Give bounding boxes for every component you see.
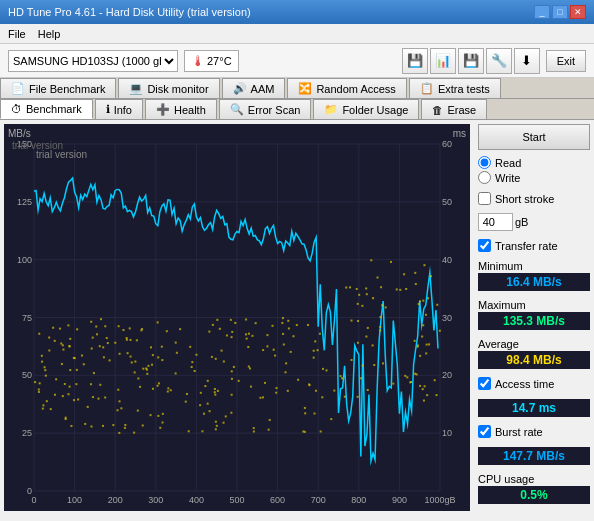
toolbar-icons: 💾 📊 💾 🔧 ⬇ [402, 48, 540, 74]
tab-folder-usage[interactable]: 📁 Folder Usage [313, 99, 419, 119]
access-time-stat: 14.7 ms [478, 398, 590, 417]
extra-tests-icon: 📋 [420, 82, 434, 95]
tab-health[interactable]: ➕ Health [145, 99, 217, 119]
write-label: Write [495, 172, 520, 184]
tab-disk-monitor[interactable]: 💻 Disk monitor [118, 78, 219, 98]
icon-3[interactable]: 💾 [458, 48, 484, 74]
right-panel: Start Read Write Short stroke gB Transfe… [474, 120, 594, 515]
tab-info[interactable]: ℹ Info [95, 99, 143, 119]
cpu-usage-label: CPU usage [478, 473, 590, 485]
tabs-row2: ⏱ Benchmark ℹ Info ➕ Health 🔍 Error Scan… [0, 99, 594, 120]
average-label: Average [478, 338, 590, 350]
minimize-button[interactable]: _ [534, 5, 550, 19]
health-icon: ➕ [156, 103, 170, 116]
write-radio-item[interactable]: Write [478, 171, 590, 184]
access-time-label: Access time [495, 378, 554, 390]
mode-radio-group: Read Write [478, 156, 590, 184]
burst-rate-stat: 147.7 MB/s [478, 446, 590, 465]
toolbar: SAMSUNG HD103SJ (1000 gB) 🌡 27°C 💾 📊 💾 🔧… [0, 44, 594, 78]
burst-rate-checkbox-item[interactable]: Burst rate [478, 425, 590, 438]
icon-2[interactable]: 📊 [430, 48, 456, 74]
write-radio[interactable] [478, 171, 491, 184]
info-icon: ℹ [106, 103, 110, 116]
temperature-display: 🌡 27°C [184, 50, 239, 72]
read-radio-item[interactable]: Read [478, 156, 590, 169]
maximum-value: 135.3 MB/s [478, 312, 590, 330]
short-stroke-label: Short stroke [495, 193, 554, 205]
watermark: trial version [12, 140, 63, 151]
burst-rate-label: Burst rate [495, 426, 543, 438]
erase-icon: 🗑 [432, 104, 443, 116]
aam-icon: 🔊 [233, 82, 247, 95]
access-time-value: 14.7 ms [478, 399, 590, 417]
minimum-label: Minimum [478, 260, 590, 272]
cpu-usage-stat: CPU usage 0.5% [478, 473, 590, 504]
transfer-rate-label: Transfer rate [495, 240, 558, 252]
folder-usage-icon: 📁 [324, 103, 338, 116]
minimum-stat: Minimum 16.4 MB/s [478, 260, 590, 291]
random-access-icon: 🔀 [298, 82, 312, 95]
start-button[interactable]: Start [478, 124, 590, 150]
maximum-stat: Maximum 135.3 MB/s [478, 299, 590, 330]
access-time-checkbox[interactable] [478, 377, 491, 390]
burst-rate-value: 147.7 MB/s [478, 447, 590, 465]
titlebar: HD Tune Pro 4.61 - Hard Disk Utility (tr… [0, 0, 594, 24]
tabs-row1: 📄 File Benchmark 💻 Disk monitor 🔊 AAM 🔀 … [0, 78, 594, 99]
icon-5[interactable]: ⬇ [514, 48, 540, 74]
tab-file-benchmark[interactable]: 📄 File Benchmark [0, 78, 116, 98]
chart-area: MB/s ms trial version [4, 124, 470, 511]
access-time-checkbox-item[interactable]: Access time [478, 377, 590, 390]
menubar: File Help [0, 24, 594, 44]
tab-extra-tests[interactable]: 📋 Extra tests [409, 78, 501, 98]
thermometer-icon: 🌡 [191, 53, 205, 69]
file-benchmark-icon: 📄 [11, 82, 25, 95]
transfer-rate-checkbox[interactable] [478, 239, 491, 252]
spinbox-input[interactable] [478, 213, 513, 231]
average-stat: Average 98.4 MB/s [478, 338, 590, 369]
maximize-button[interactable]: □ [552, 5, 568, 19]
icon-1[interactable]: 💾 [402, 48, 428, 74]
drive-select[interactable]: SAMSUNG HD103SJ (1000 gB) [8, 50, 178, 72]
icon-4[interactable]: 🔧 [486, 48, 512, 74]
short-stroke-checkbox-item[interactable]: Short stroke [478, 192, 590, 205]
menu-file[interactable]: File [8, 28, 26, 40]
tab-random-access[interactable]: 🔀 Random Access [287, 78, 406, 98]
benchmark-chart [4, 124, 470, 511]
temperature-value: 27°C [207, 55, 232, 67]
tab-aam[interactable]: 🔊 AAM [222, 78, 286, 98]
tab-error-scan[interactable]: 🔍 Error Scan [219, 99, 312, 119]
minimum-value: 16.4 MB/s [478, 273, 590, 291]
exit-button[interactable]: Exit [546, 50, 586, 72]
read-label: Read [495, 157, 521, 169]
maximum-label: Maximum [478, 299, 590, 311]
menu-help[interactable]: Help [38, 28, 61, 40]
tab-benchmark[interactable]: ⏱ Benchmark [0, 99, 93, 119]
benchmark-icon: ⏱ [11, 103, 22, 115]
disk-monitor-icon: 💻 [129, 82, 143, 95]
tab-erase[interactable]: 🗑 Erase [421, 99, 487, 119]
spinbox-area: gB [478, 213, 590, 231]
close-button[interactable]: ✕ [570, 5, 586, 19]
main-area: MB/s ms trial version Start Read Write S… [0, 120, 594, 515]
gb-label: gB [515, 216, 528, 228]
read-radio[interactable] [478, 156, 491, 169]
mb-axis-label: MB/s [8, 128, 31, 139]
cpu-usage-value: 0.5% [478, 486, 590, 504]
transfer-rate-checkbox-item[interactable]: Transfer rate [478, 239, 590, 252]
short-stroke-checkbox[interactable] [478, 192, 491, 205]
ms-axis-label: ms [453, 128, 466, 139]
app-title: HD Tune Pro 4.61 - Hard Disk Utility (tr… [8, 6, 251, 18]
window-controls: _ □ ✕ [534, 5, 586, 19]
average-value: 98.4 MB/s [478, 351, 590, 369]
error-scan-icon: 🔍 [230, 103, 244, 116]
burst-rate-checkbox[interactable] [478, 425, 491, 438]
